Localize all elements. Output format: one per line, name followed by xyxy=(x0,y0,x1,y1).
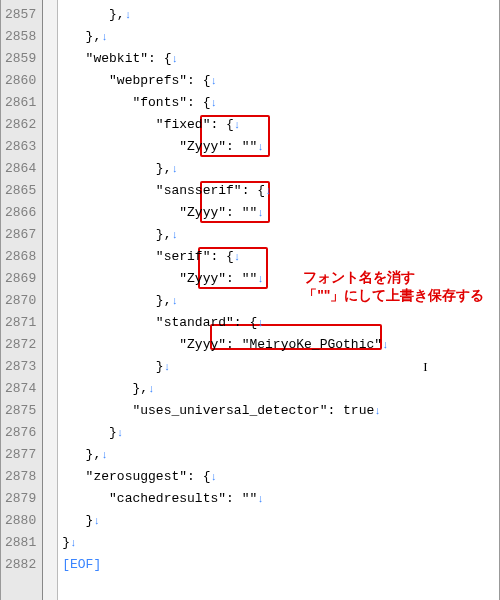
code-text: } xyxy=(62,425,117,440)
code-text: }, xyxy=(62,447,101,462)
line-number: 2862 xyxy=(5,114,36,136)
code-text: "webkit": { xyxy=(62,51,171,66)
code-line[interactable]: "zerosuggest": {↓ xyxy=(62,466,499,488)
line-number: 2881 xyxy=(5,532,36,554)
eol-icon: ↓ xyxy=(257,207,264,219)
code-line[interactable]: }↓ xyxy=(62,532,499,554)
code-text: "serif": { xyxy=(62,249,234,264)
line-number: 2880 xyxy=(5,510,36,532)
code-line[interactable]: }↓ xyxy=(62,422,499,444)
line-number: 2874 xyxy=(5,378,36,400)
eol-icon: ↓ xyxy=(101,449,108,461)
code-text: "uses_universal_detector": true xyxy=(62,403,374,418)
eol-icon: ↓ xyxy=(257,141,264,153)
code-editor: 2857285828592860286128622863286428652866… xyxy=(0,0,500,600)
line-number: 2873 xyxy=(5,356,36,378)
line-number: 2863 xyxy=(5,136,36,158)
eol-icon: ↓ xyxy=(70,537,77,549)
code-text: }, xyxy=(62,227,171,242)
code-line[interactable]: "Zyyy": ""↓ xyxy=(62,136,499,158)
eof-marker: [EOF] xyxy=(62,557,101,572)
code-text: } xyxy=(62,513,93,528)
eol-icon: ↓ xyxy=(265,185,272,197)
code-line[interactable]: "fixed": {↓ xyxy=(62,114,499,136)
line-number: 2879 xyxy=(5,488,36,510)
eol-icon: ↓ xyxy=(257,317,264,329)
line-number: 2872 xyxy=(5,334,36,356)
code-line[interactable]: "uses_universal_detector": true↓ xyxy=(62,400,499,422)
line-number: 2857 xyxy=(5,4,36,26)
eol-icon: ↓ xyxy=(171,53,178,65)
code-line[interactable]: },↓ xyxy=(62,378,499,400)
code-line[interactable]: },↓ xyxy=(62,26,499,48)
code-line[interactable]: [EOF] xyxy=(62,554,499,576)
eol-icon: ↓ xyxy=(210,75,217,87)
code-line[interactable]: "standard": {↓ xyxy=(62,312,499,334)
eol-icon: ↓ xyxy=(171,229,178,241)
code-line[interactable]: }↓ xyxy=(62,356,499,378)
code-line[interactable]: },↓ xyxy=(62,290,499,312)
eol-icon: ↓ xyxy=(382,339,389,351)
line-number: 2859 xyxy=(5,48,36,70)
code-line[interactable]: "Zyyy": ""↓ xyxy=(62,268,499,290)
eol-icon: ↓ xyxy=(210,471,217,483)
code-text: "Zyyy": "" xyxy=(62,205,257,220)
line-number: 2869 xyxy=(5,268,36,290)
code-text: "fixed": { xyxy=(62,117,234,132)
code-text: "Zyyy": "MeiryoKe_PGothic" xyxy=(62,337,382,352)
code-text: }, xyxy=(62,293,171,308)
eol-icon: ↓ xyxy=(234,119,241,131)
code-text: "cachedresults": "" xyxy=(62,491,257,506)
code-text: "webprefs": { xyxy=(62,73,210,88)
line-number: 2861 xyxy=(5,92,36,114)
line-number: 2864 xyxy=(5,158,36,180)
code-line[interactable]: "webprefs": {↓ xyxy=(62,70,499,92)
code-text: "sansserif": { xyxy=(62,183,265,198)
code-text: "Zyyy": "" xyxy=(62,139,257,154)
code-text: } xyxy=(62,359,163,374)
code-text: } xyxy=(62,535,70,550)
eol-icon: ↓ xyxy=(374,405,381,417)
eol-icon: ↓ xyxy=(148,383,155,395)
eol-icon: ↓ xyxy=(93,515,100,527)
code-line[interactable]: "webkit": {↓ xyxy=(62,48,499,70)
line-number: 2878 xyxy=(5,466,36,488)
line-number: 2875 xyxy=(5,400,36,422)
eol-icon: ↓ xyxy=(257,493,264,505)
code-text: }, xyxy=(62,381,148,396)
code-text: "zerosuggest": { xyxy=(62,469,210,484)
code-line[interactable]: "serif": {↓ xyxy=(62,246,499,268)
code-line[interactable]: "cachedresults": ""↓ xyxy=(62,488,499,510)
code-line[interactable]: "Zyyy": "MeiryoKe_PGothic"↓ xyxy=(62,334,499,356)
eol-icon: ↓ xyxy=(210,97,217,109)
code-text: }, xyxy=(62,7,124,22)
code-text: "Zyyy": "" xyxy=(62,271,257,286)
eol-icon: ↓ xyxy=(171,163,178,175)
code-line[interactable]: },↓ xyxy=(62,224,499,246)
line-number: 2867 xyxy=(5,224,36,246)
eol-icon: ↓ xyxy=(164,361,171,373)
line-number: 2858 xyxy=(5,26,36,48)
code-line[interactable]: },↓ xyxy=(62,158,499,180)
code-line[interactable]: "fonts": {↓ xyxy=(62,92,499,114)
eol-icon: ↓ xyxy=(234,251,241,263)
line-number: 2871 xyxy=(5,312,36,334)
fold-margin xyxy=(43,0,58,600)
code-line[interactable]: }↓ xyxy=(62,510,499,532)
code-text: "standard": { xyxy=(62,315,257,330)
code-text: }, xyxy=(62,161,171,176)
code-line[interactable]: "Zyyy": ""↓ xyxy=(62,202,499,224)
code-line[interactable]: },↓ xyxy=(62,4,499,26)
eol-icon: ↓ xyxy=(101,31,108,43)
code-area[interactable]: フォント名を消す 「""」にして上書き保存する I },↓ },↓ "webki… xyxy=(58,0,499,600)
eol-icon: ↓ xyxy=(125,9,132,21)
line-number: 2866 xyxy=(5,202,36,224)
line-number: 2877 xyxy=(5,444,36,466)
code-line[interactable]: },↓ xyxy=(62,444,499,466)
code-line[interactable]: "sansserif": {↓ xyxy=(62,180,499,202)
line-number: 2865 xyxy=(5,180,36,202)
line-number: 2860 xyxy=(5,70,36,92)
eol-icon: ↓ xyxy=(171,295,178,307)
line-number: 2870 xyxy=(5,290,36,312)
code-text: "fonts": { xyxy=(62,95,210,110)
